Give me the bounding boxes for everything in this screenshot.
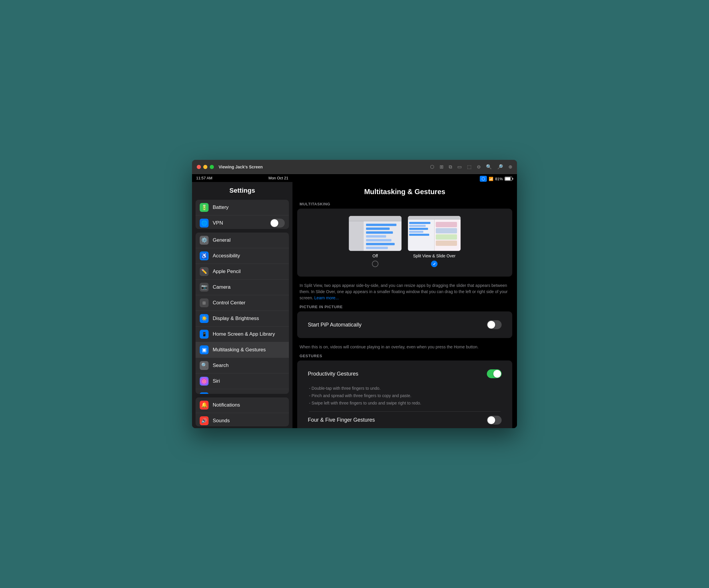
- wallpaper-icon: ❇: [200, 392, 209, 394]
- sidebar-item-apple-pencil[interactable]: ✏️ Apple Pencil: [195, 264, 289, 280]
- preview-line-4: [366, 235, 386, 237]
- grid-icon[interactable]: ⊞: [440, 164, 443, 170]
- multitasking-label: Multitasking & Gestures: [213, 347, 285, 353]
- pip-description: When this is on, videos will continue pl…: [292, 340, 517, 354]
- screen-share-icon[interactable]: ⬡: [430, 164, 434, 170]
- camera-icon: 📷: [200, 283, 209, 292]
- vpn-toggle[interactable]: [270, 219, 285, 228]
- siri-icon: ◎: [200, 377, 209, 386]
- split-view-icon[interactable]: ⧉: [449, 164, 452, 170]
- pip-section-label: PICTURE IN PICTURE: [292, 305, 517, 311]
- close-button[interactable]: [197, 165, 201, 169]
- main-title: Multitasking & Gestures: [292, 183, 517, 202]
- control-center-label: Control Center: [213, 300, 285, 306]
- display-brightness-label: Display & Brightness: [213, 315, 285, 322]
- status-indicators: ⬡ 📶 81%: [480, 176, 512, 182]
- battery-icon: 🔋: [200, 203, 209, 212]
- split-right: [435, 220, 461, 251]
- sidebar-section-1: 🔋 Battery 🌐 VPN: [195, 200, 289, 229]
- status-date: Mon Oct 21: [268, 176, 288, 180]
- four-finger-toggle[interactable]: [487, 416, 502, 425]
- sounds-icon: 🔊: [200, 416, 209, 425]
- zoom-fit-icon[interactable]: ⊖: [477, 164, 481, 170]
- four-finger-label: Four & Five Finger Gestures: [308, 417, 375, 423]
- preview-line-7: [366, 247, 388, 249]
- sidebar-item-control-center[interactable]: ⊞ Control Center: [195, 295, 289, 311]
- sidebar-item-battery[interactable]: 🔋 Battery: [195, 200, 289, 215]
- gestures-section-label: GESTURES: [292, 354, 517, 360]
- multitasking-options: Off: [302, 213, 507, 272]
- four-finger-knob: [488, 416, 495, 424]
- titlebar: Viewing Jack's Screen ⬡ ⊞ ⧉ ▭ ⬚ ⊖ 🔍 🔎 ⊕: [192, 160, 517, 174]
- battery-percent: 81%: [495, 177, 503, 181]
- status-time: 11:57 AM: [196, 176, 212, 180]
- sidebar-item-accessibility[interactable]: ♿ Accessibility: [195, 248, 289, 264]
- sidebar-status-bar: 11:57 AM Mon Oct 21: [192, 174, 292, 182]
- vpn-icon: 🌐: [200, 219, 209, 228]
- minimize-button[interactable]: [203, 165, 207, 169]
- pip-setting-row: Start PiP Automatically: [302, 316, 507, 333]
- maximize-button[interactable]: [210, 165, 214, 169]
- window-body: 11:57 AM Mon Oct 21 Settings 🔋 Battery 🌐…: [192, 174, 517, 428]
- siri-label: Siri: [213, 378, 285, 384]
- learn-more-link[interactable]: Learn more...: [314, 296, 339, 300]
- sidebar-item-sounds[interactable]: 🔊 Sounds: [195, 413, 289, 427]
- pip-toggle[interactable]: [487, 320, 502, 329]
- multitask-option-off[interactable]: Off: [348, 216, 402, 267]
- preview-lines: [366, 224, 400, 249]
- wifi-icon: 📶: [489, 177, 493, 181]
- notifications-icon: 🔔: [200, 401, 209, 410]
- multitask-radio-split[interactable]: [431, 261, 438, 267]
- main-status-bar: ⬡ 📶 81%: [292, 174, 517, 183]
- productivity-toggle[interactable]: [487, 369, 502, 378]
- sidebar-section-2: ⚙️ General ♿ Accessibility ✏️ Apple Penc…: [195, 233, 289, 394]
- sidebar-item-display-brightness[interactable]: ☀️ Display & Brightness: [195, 311, 289, 327]
- display-brightness-icon: ☀️: [200, 314, 209, 323]
- multitask-option-split[interactable]: Split View & Slide Over: [408, 216, 461, 267]
- multitasking-section-label: MULTITASKING: [292, 202, 517, 209]
- sidebar-item-search[interactable]: 🔍 Search: [195, 358, 289, 374]
- battery-label: Battery: [213, 204, 285, 210]
- pip-label: Start PiP Automatically: [308, 322, 362, 328]
- general-label: General: [213, 237, 285, 243]
- sidebar-item-wallpaper[interactable]: ❇ Wallpaper: [195, 389, 289, 394]
- sidebar-item-notifications[interactable]: 🔔 Notifications: [195, 398, 289, 413]
- battery-fill: [505, 177, 510, 180]
- sidebar-item-home-screen[interactable]: 📱 Home Screen & App Library: [195, 327, 289, 342]
- screen-icon: ⬡: [480, 176, 487, 182]
- zoom-in-icon[interactable]: ⊕: [508, 164, 512, 170]
- zoom-out-icon[interactable]: 🔍: [486, 164, 492, 170]
- sidebar-item-multitasking[interactable]: ▣ Multitasking & Gestures: [195, 342, 289, 358]
- preview-line-5: [366, 239, 391, 241]
- productivity-gestures-label: Productivity Gestures: [308, 371, 358, 377]
- productivity-gestures-row: Productivity Gestures: [302, 365, 507, 382]
- home-screen-label: Home Screen & App Library: [213, 331, 285, 337]
- sidebar-heading: Settings: [192, 182, 292, 198]
- preview-line-6: [366, 243, 395, 245]
- notifications-label: Notifications: [213, 402, 285, 408]
- four-finger-row: Four & Five Finger Gestures: [302, 412, 507, 428]
- preview-line-1: [366, 224, 396, 226]
- sidebar-item-general[interactable]: ⚙️ General: [195, 233, 289, 248]
- display-icon[interactable]: ▭: [457, 164, 462, 170]
- vpn-toggle-knob: [271, 219, 278, 227]
- sidebar-item-vpn[interactable]: 🌐 VPN: [195, 215, 289, 229]
- mac-window: Viewing Jack's Screen ⬡ ⊞ ⧉ ▭ ⬚ ⊖ 🔍 🔎 ⊕ …: [192, 160, 517, 428]
- multitask-preview-split: [408, 216, 461, 251]
- multitask-split-label: Split View & Slide Over: [413, 254, 455, 258]
- preview-topbar: [349, 216, 401, 221]
- home-screen-icon: 📱: [200, 330, 209, 339]
- sounds-label: Sounds: [213, 418, 285, 424]
- zoom-reset-icon[interactable]: 🔎: [497, 164, 503, 170]
- multitask-radio-off[interactable]: [372, 261, 378, 267]
- main-content: ⬡ 📶 81% Multitasking & Gestures MULTITAS…: [292, 174, 517, 428]
- multitasking-card: Off: [297, 209, 512, 277]
- sidebar-item-camera[interactable]: 📷 Camera: [195, 280, 289, 295]
- camera-label: Camera: [213, 284, 285, 290]
- toolbar-controls: ⬡ ⊞ ⧉ ▭ ⬚ ⊖ 🔍 🔎 ⊕: [430, 164, 512, 170]
- sidebar-item-siri[interactable]: ◎ Siri: [195, 374, 289, 389]
- record-icon[interactable]: ⬚: [467, 164, 471, 170]
- multitasking-icon: ▣: [200, 346, 209, 354]
- apple-pencil-label: Apple Pencil: [213, 269, 285, 275]
- window-title: Viewing Jack's Screen: [219, 164, 428, 169]
